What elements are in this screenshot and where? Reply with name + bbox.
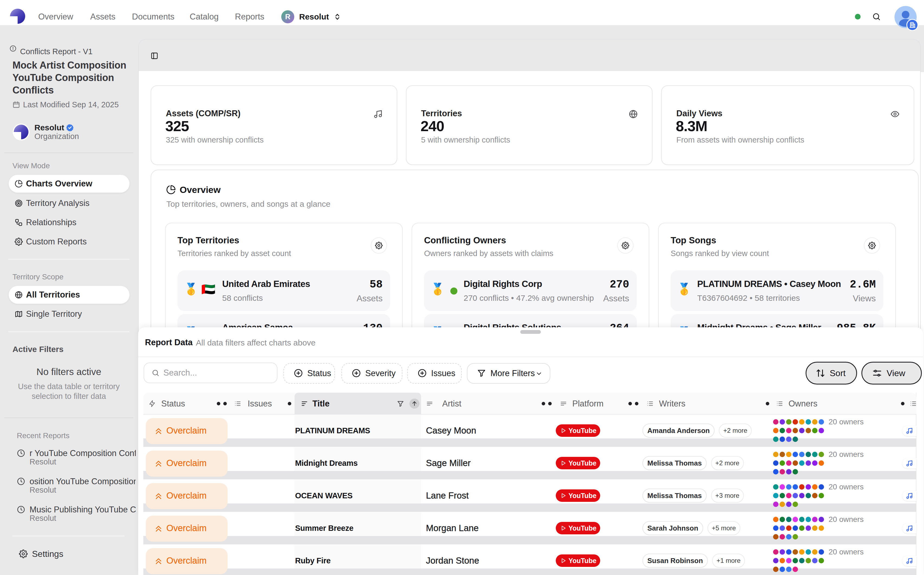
svg-text:R: R bbox=[285, 13, 291, 21]
